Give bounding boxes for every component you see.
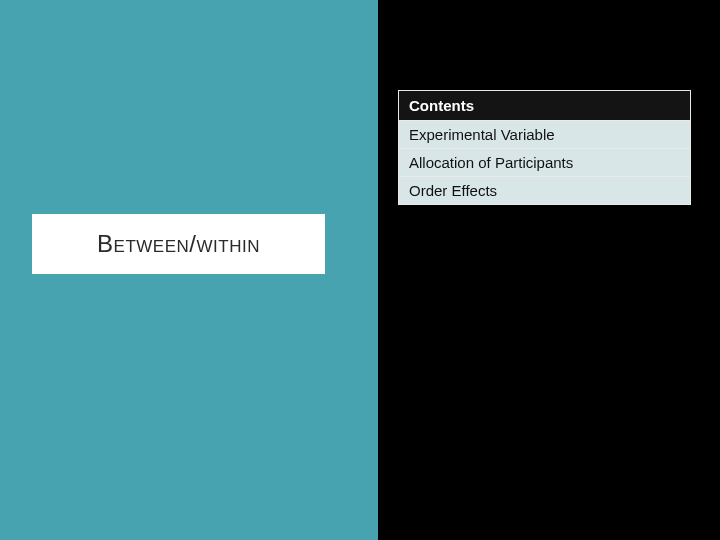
slide-title: Between/within (97, 230, 260, 258)
contents-item: Experimental Variable (398, 121, 691, 149)
contents-item: Allocation of Participants (398, 149, 691, 177)
right-panel (378, 0, 720, 540)
contents-box: Contents Experimental Variable Allocatio… (398, 90, 691, 205)
slide-title-card: Between/within (32, 214, 325, 274)
contents-item: Order Effects (398, 177, 691, 205)
contents-header: Contents (398, 90, 691, 121)
